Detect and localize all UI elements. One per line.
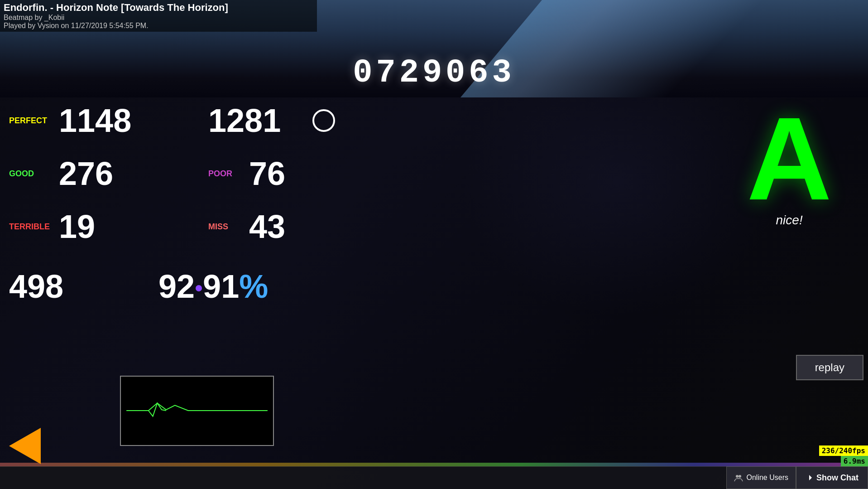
poor-count: 76 (249, 155, 317, 192)
good-label: GOOD (9, 169, 59, 179)
song-title: Endorfin. - Horizon Note [Towards The Ho… (4, 2, 313, 14)
svg-marker-3 (809, 475, 812, 480)
grade-letter: A (747, 100, 832, 218)
show-chat-label: Show Chat (816, 473, 858, 483)
score-display: 0729063 (353, 54, 515, 92)
terrible-label: TERRIBLE (9, 222, 59, 232)
show-chat-button[interactable]: Show Chat (796, 466, 868, 489)
accuracy-percent: % (239, 268, 268, 305)
perfect-label: PERFECT (9, 116, 59, 126)
accuracy-whole: 92 (158, 268, 195, 305)
timeline-progress (0, 463, 868, 466)
timing-graph (120, 376, 274, 446)
perfect-row: PERFECT 1148 1281 (9, 102, 371, 139)
replay-button[interactable]: replay (796, 355, 863, 380)
circle-icon (312, 109, 335, 132)
svg-point-2 (739, 475, 741, 478)
poor-label: POOR (208, 169, 249, 179)
online-users-label: Online Users (747, 474, 788, 482)
terrible-count: 19 (59, 208, 172, 245)
played-by: Played by Vysion on 11/27/2019 5:54:55 P… (4, 22, 313, 30)
people-icon (734, 473, 743, 482)
beatmap-by: Beatmap by _Kobii (4, 14, 313, 22)
good-count: 276 (59, 155, 172, 192)
song-info: Endorfin. - Horizon Note [Towards The Ho… (0, 0, 317, 32)
graph-svg (121, 377, 273, 445)
perfect-count: 1148 (59, 102, 172, 139)
accuracy-dot (196, 285, 202, 291)
totals-row: 498 92 91 % (9, 268, 371, 305)
chat-arrow-icon (806, 474, 813, 481)
accuracy-decimal: 91 (203, 268, 239, 305)
online-users-button[interactable]: Online Users (726, 466, 796, 489)
good-row: GOOD 276 POOR 76 (9, 155, 371, 192)
fps-value: 236/240fps (819, 445, 868, 456)
miss-count: 43 (249, 208, 317, 245)
fps-counter: 236/240fps 6.9ms (819, 445, 868, 466)
miss-label: MISS (208, 222, 249, 232)
timeline-bar (0, 463, 868, 466)
perfect-alt-count: 1281 (208, 102, 299, 139)
back-button[interactable] (9, 428, 41, 464)
back-arrow-icon (9, 428, 41, 464)
stats-container: PERFECT 1148 1281 GOOD 276 POOR 76 TERRI… (9, 102, 371, 305)
accuracy-display: 92 91 % (158, 268, 268, 305)
terrible-row: TERRIBLE 19 MISS 43 (9, 208, 371, 245)
ms-value: 6.9ms (841, 456, 868, 466)
svg-point-1 (736, 475, 739, 478)
grade-container: A nice! (747, 100, 832, 228)
total-combo: 498 (9, 268, 122, 305)
bottom-right-controls: Online Users Show Chat (726, 466, 868, 489)
